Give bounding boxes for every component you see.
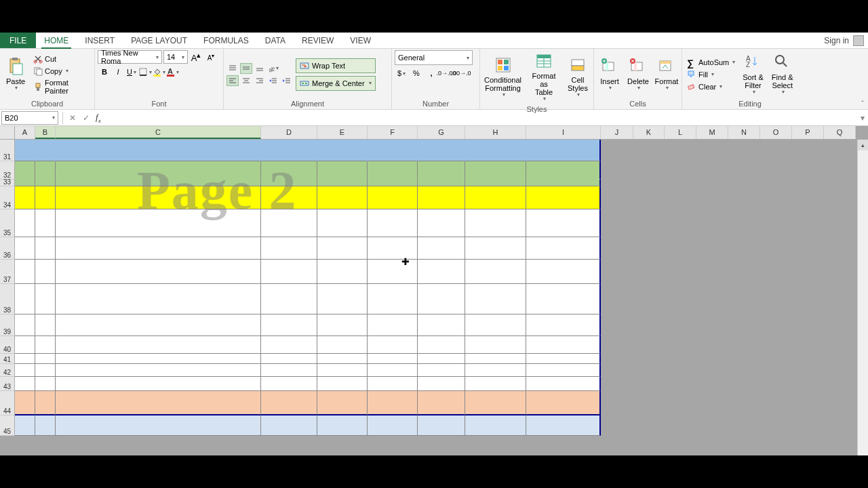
cell[interactable] [792,364,824,377]
cell[interactable] [465,140,526,161]
cell[interactable] [760,180,792,186]
cell[interactable] [317,314,368,336]
autosum-button[interactable]: ∑ AutoSum▾ [685,57,737,68]
cell[interactable] [824,284,856,314]
row-header[interactable]: 41 [0,354,15,364]
cell[interactable] [792,314,824,336]
column-header[interactable]: P [792,126,824,139]
cell[interactable] [35,237,56,260]
cell[interactable] [418,180,465,186]
cell-styles-button[interactable]: Cell Styles▾ [565,54,591,100]
cell[interactable] [56,314,261,336]
cell[interactable] [526,314,601,336]
cell[interactable] [56,237,261,260]
cell[interactable] [760,161,792,180]
cell[interactable] [317,140,368,161]
cell[interactable] [56,354,261,364]
cell[interactable] [526,284,601,314]
tab-review[interactable]: REVIEW [294,33,342,48]
vertical-scrollbar[interactable]: ▴ [857,140,868,455]
cell[interactable] [633,186,665,209]
cell[interactable] [368,260,418,284]
cell[interactable] [633,391,665,415]
italic-button[interactable]: I [111,65,125,79]
cell[interactable] [35,314,56,336]
cell[interactable] [526,391,601,415]
cell[interactable] [760,186,792,209]
cell[interactable] [760,260,792,284]
formula-input[interactable] [104,111,857,125]
cell[interactable] [601,336,633,354]
cell[interactable] [824,377,856,391]
cell[interactable] [368,284,418,314]
fx-icon[interactable]: fx [93,112,104,124]
row-header[interactable]: 40 [0,336,15,354]
increase-font-button[interactable]: A▴ [189,50,203,64]
tab-page-layout[interactable]: PAGE LAYOUT [123,33,195,48]
cell[interactable] [792,186,824,209]
cell[interactable] [368,314,418,336]
column-header[interactable]: M [696,126,728,139]
cell[interactable] [728,377,760,391]
cell[interactable] [760,209,792,237]
column-header[interactable]: J [601,126,633,139]
cell[interactable] [633,237,665,260]
cell[interactable] [35,209,56,237]
row-header[interactable]: 43 [0,377,15,391]
cell[interactable] [56,161,261,180]
cell[interactable] [696,186,728,209]
align-top-button[interactable] [226,63,239,74]
cell[interactable] [15,209,35,237]
cell[interactable] [15,237,35,260]
cell[interactable] [35,186,56,209]
cell[interactable] [261,284,317,314]
cell[interactable] [665,140,696,161]
cell[interactable] [696,364,728,377]
cell[interactable] [368,186,418,209]
cell[interactable] [728,336,760,354]
cell[interactable] [824,354,856,364]
cell[interactable] [15,161,35,180]
cell[interactable] [792,180,824,186]
cell[interactable] [526,354,601,364]
cell[interactable] [760,336,792,354]
align-middle-button[interactable] [240,63,252,74]
cell[interactable] [56,284,261,314]
cell[interactable] [633,336,665,354]
copy-button[interactable]: Copy ▾ [31,66,92,77]
cell[interactable] [728,354,760,364]
cell[interactable] [526,237,601,260]
cell[interactable] [633,260,665,284]
cell[interactable] [633,364,665,377]
cell[interactable] [418,161,465,180]
cell[interactable] [418,284,465,314]
cell[interactable] [368,415,418,436]
cells-area[interactable]: Page 2 [15,140,856,436]
cell[interactable] [728,391,760,415]
cell[interactable] [465,180,526,186]
cell[interactable] [15,415,35,436]
cell[interactable] [35,364,56,377]
cell[interactable] [15,336,35,354]
cell[interactable] [317,209,368,237]
cell[interactable] [35,260,56,284]
column-header[interactable]: C [56,126,261,139]
cell[interactable] [696,391,728,415]
cell[interactable] [317,186,368,209]
cell[interactable] [317,391,368,415]
cell[interactable] [261,364,317,377]
cell[interactable] [56,364,261,377]
sort-filter-button[interactable]: AZ Sort & Filter▾ [740,52,766,97]
cell[interactable] [35,377,56,391]
cell[interactable] [665,260,696,284]
cell[interactable] [465,415,526,436]
cell[interactable] [526,336,601,354]
cell[interactable] [261,415,317,436]
cell[interactable] [824,260,856,284]
cell[interactable] [261,237,317,260]
cell[interactable] [601,391,633,415]
cell[interactable] [824,180,856,186]
cell[interactable] [368,336,418,354]
cell[interactable] [418,336,465,354]
cell[interactable] [728,314,760,336]
